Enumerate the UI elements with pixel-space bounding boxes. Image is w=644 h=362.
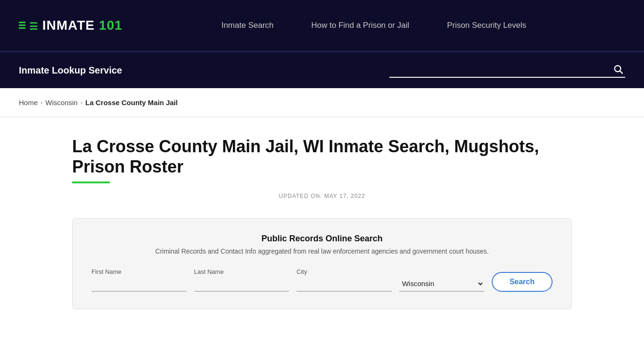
updated-date: UPDATED ON: MAY 17, 2022 [72, 193, 572, 199]
how-to-find-link[interactable]: How to Find a Prison or Jail [311, 21, 409, 30]
city-field: City [297, 268, 392, 292]
last-name-label: Last Name [194, 268, 289, 275]
search-icon [613, 64, 623, 74]
inmate-search-link[interactable]: Inmate Search [222, 21, 274, 30]
svg-line-1 [620, 71, 622, 74]
breadcrumb: Home › Wisconsin › La Crosse County Main… [19, 99, 625, 107]
city-input[interactable] [297, 277, 392, 292]
breadcrumb-home[interactable]: Home [19, 99, 38, 107]
breadcrumb-sep-2: › [81, 99, 83, 106]
first-name-label: First Name [91, 268, 187, 275]
search-bar-label: Inmate Lookup Service [19, 65, 122, 76]
breadcrumb-current: La Crosse County Main Jail [85, 99, 178, 107]
logo-text: ☰ INMATE 101 [29, 18, 123, 33]
last-name-input[interactable] [194, 277, 289, 292]
main-content: La Crosse County Main Jail, WI Inmate Se… [63, 117, 581, 342]
search-bar-section: Inmate Lookup Service [0, 52, 644, 88]
first-name-field: First Name [91, 268, 187, 292]
search-input-wrap [389, 63, 625, 78]
breadcrumb-sep-1: › [41, 99, 42, 106]
logo[interactable]: ☰ INMATE 101 [19, 18, 123, 33]
search-button[interactable]: Search [492, 272, 553, 292]
last-name-field: Last Name [194, 268, 289, 292]
records-box-desc: Criminal Records and Contact Info aggreg… [91, 247, 553, 255]
records-box: Public Records Online Search Criminal Re… [72, 218, 572, 309]
first-name-input[interactable] [91, 277, 187, 292]
page-title: La Crosse County Main Jail, WI Inmate Se… [72, 136, 572, 177]
search-input[interactable] [389, 63, 625, 78]
records-box-title: Public Records Online Search [91, 234, 553, 244]
breadcrumb-section: Home › Wisconsin › La Crosse County Main… [0, 88, 644, 117]
city-label: City [297, 268, 392, 275]
records-form: First Name Last Name City AlabamaAlaskaA… [91, 268, 553, 292]
logo-icon [19, 22, 25, 29]
breadcrumb-state[interactable]: Wisconsin [45, 99, 77, 107]
title-underline [72, 181, 110, 183]
state-field: AlabamaAlaskaArizonaArkansasCaliforniaCo… [399, 276, 484, 292]
search-icon-button[interactable] [613, 64, 623, 77]
top-nav: ☰ INMATE 101 Inmate Search How to Find a… [0, 0, 644, 52]
security-levels-link[interactable]: Prison Security Levels [447, 21, 526, 30]
state-select[interactable]: AlabamaAlaskaArizonaArkansasCaliforniaCo… [399, 276, 484, 292]
nav-links: Inmate Search How to Find a Prison or Ja… [222, 21, 527, 30]
